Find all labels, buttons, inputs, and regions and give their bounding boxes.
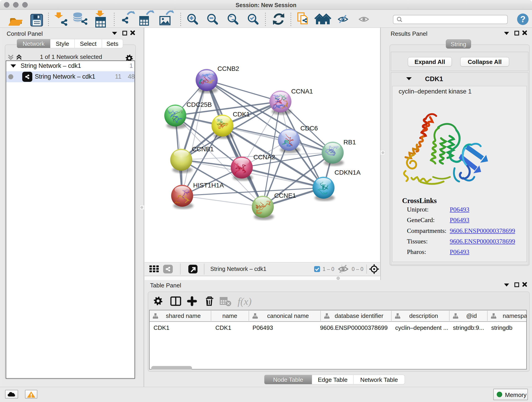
svg-text:HIST1H1A: HIST1H1A — [193, 182, 224, 189]
svg-text:cyclin–dependent ...: cyclin–dependent ... — [395, 324, 448, 331]
svg-text:namespace: namespace — [503, 313, 527, 319]
svg-text:stringdb: stringdb — [491, 324, 513, 331]
svg-text:P06493: P06493 — [253, 324, 273, 331]
svg-text:CDC25B: CDC25B — [186, 101, 212, 108]
svg-text:CDK1: CDK1 — [233, 111, 250, 118]
svg-text:CCNE1: CCNE1 — [274, 192, 296, 199]
svg-text:1 – 0: 1 – 0 — [323, 266, 334, 272]
svg-text:@id: @id — [466, 313, 477, 319]
svg-text:CCNB1: CCNB1 — [192, 146, 214, 153]
svg-text:CDC6: CDC6 — [300, 125, 318, 132]
svg-text:description: description — [409, 313, 438, 319]
svg-text:CDKN1A: CDKN1A — [335, 169, 361, 176]
svg-text:database identifier: database identifier — [335, 313, 384, 319]
svg-text:9606.ENSP00000378699: 9606.ENSP00000378699 — [320, 324, 388, 331]
svg-text:name: name — [222, 313, 237, 319]
svg-text:f(x): f(x) — [238, 296, 252, 307]
svg-text:CDK1: CDK1 — [215, 324, 231, 331]
svg-text:RB1: RB1 — [343, 139, 356, 146]
svg-text:stringdb:9...: stringdb:9... — [453, 324, 484, 331]
svg-text:shared name: shared name — [166, 313, 201, 319]
svg-text:String Network – cdk1: String Network – cdk1 — [210, 266, 266, 272]
svg-text:CDK1: CDK1 — [153, 324, 169, 331]
svg-text:?: ? — [520, 14, 525, 24]
svg-text:CCNA2: CCNA2 — [253, 153, 275, 161]
svg-text:CCNA1: CCNA1 — [291, 88, 313, 95]
svg-text:0 – 0: 0 – 0 — [352, 266, 363, 272]
svg-text:CCNB2: CCNB2 — [217, 65, 239, 72]
svg-text:canonical name: canonical name — [267, 313, 309, 319]
